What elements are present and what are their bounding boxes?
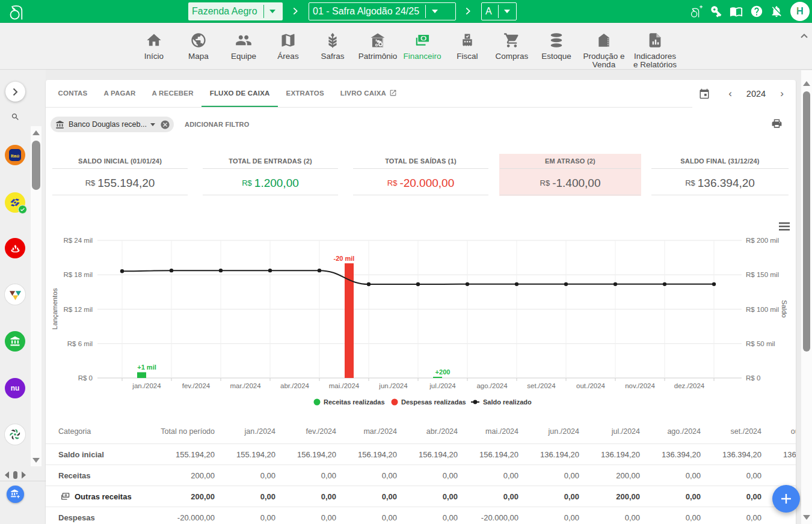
table-cell: 0,00 — [640, 492, 701, 501]
svg-text:fev./2024: fev./2024 — [182, 382, 211, 389]
key-icon[interactable] — [710, 5, 723, 18]
svg-text:R$ 24 mil: R$ 24 mil — [63, 237, 93, 244]
sidebar-pager — [0, 470, 31, 480]
chart-legend[interactable]: Receitas realizadasDespesas realizadasSa… — [314, 398, 532, 406]
farm-selector[interactable]: Fazenda Aegro — [188, 2, 283, 20]
sidebar-expand-button[interactable] — [5, 82, 25, 102]
table-cell: 0,00 — [579, 513, 640, 522]
svg-text:R$ 0: R$ 0 — [746, 374, 760, 382]
table-row-outras-receitas[interactable]: Outras receitas200,000,000,000,000,000,0… — [46, 486, 796, 507]
search-icon[interactable] — [11, 112, 20, 121]
svg-text:Saldo: Saldo — [781, 300, 788, 317]
book-icon[interactable] — [730, 5, 743, 18]
bank-account-banco-do-brasil[interactable] — [5, 192, 25, 213]
tab-extratos[interactable]: EXTRATOS — [278, 80, 332, 107]
previous-year-icon[interactable]: ‹ — [725, 88, 736, 100]
invite-icon[interactable] — [689, 5, 703, 18]
table-cell: 0,00 — [336, 513, 397, 522]
scroll-down-icon[interactable] — [803, 515, 810, 520]
table-cell: 0,00 — [275, 471, 336, 480]
table-row-saldo-inicial[interactable]: Saldo inicial155.194,20155.194,20156.194… — [46, 443, 796, 465]
summary-card-0: SALDO INICIAL (01/01/24)R$155.194,20 — [52, 154, 188, 196]
svg-text:jul./2024: jul./2024 — [429, 382, 456, 389]
nav-item-label: Indicadores e Relatórios — [622, 52, 688, 69]
summary-card-value: R$155.194,20 — [52, 169, 188, 195]
amount: -1.400,00 — [552, 177, 600, 190]
sidebar-scroll-thumb[interactable] — [32, 141, 40, 190]
sidebar-scrollbar[interactable] — [31, 126, 42, 466]
bank-account-santander[interactable] — [5, 238, 25, 258]
chevron-down-icon[interactable] — [264, 10, 281, 13]
bank-filter-chip[interactable]: Banco Douglas receb... — [51, 117, 174, 132]
print-icon[interactable] — [771, 118, 783, 129]
crop-season-label: 01 - Safra Algodão 24/25 — [309, 6, 425, 17]
chevron-down-icon[interactable] — [426, 10, 443, 13]
external-link-icon — [389, 89, 397, 97]
summary-card-value: R$-1.400,00 — [499, 169, 641, 195]
bank-account-nubank[interactable]: nu — [5, 378, 25, 398]
svg-text:ago./2024: ago./2024 — [476, 382, 508, 389]
nav-item-report[interactable]: Indicadores e Relatórios — [622, 32, 688, 69]
next-year-icon[interactable]: › — [777, 88, 787, 100]
remove-filter-icon[interactable] — [160, 120, 170, 130]
column-header: out./2024 — [761, 427, 796, 436]
tab-fluxo-de-caixa[interactable]: FLUXO DE CAIXA — [201, 80, 278, 107]
column-header: abr./2024 — [397, 427, 458, 436]
table-cell: 0,00 — [336, 471, 397, 480]
svg-text:nu: nu — [11, 384, 20, 392]
main-scrollbar[interactable] — [801, 70, 812, 524]
table-cell: -20.000,00 — [154, 513, 215, 522]
main-scroll-thumb[interactable] — [803, 91, 810, 352]
add-filter-button[interactable]: ADICIONAR FILTRO — [185, 117, 250, 132]
top-header: Fazenda Aegro 01 - Safra Algodão 24/25 A… — [0, 0, 812, 23]
table-cell: 0,00 — [215, 492, 275, 501]
bank-account-sicredi[interactable] — [5, 424, 25, 445]
pager-prev-icon[interactable] — [4, 471, 10, 479]
plot-selector[interactable]: A — [481, 2, 517, 20]
table-cell: 0,00 — [215, 513, 275, 522]
help-icon[interactable] — [750, 5, 763, 18]
svg-text:R$ 6 mil: R$ 6 mil — [67, 340, 93, 347]
tab-label: LIVRO CAIXA — [340, 90, 386, 97]
crop-season-selector[interactable]: 01 - Safra Algodão 24/25 — [309, 2, 456, 20]
svg-text:R$ 150 mil: R$ 150 mil — [746, 271, 779, 278]
table-row-despesas[interactable]: Despesas-20.000,000,000,000,000,00-20.00… — [46, 507, 796, 524]
chevron-down-icon[interactable] — [499, 10, 516, 13]
table-row-receitas[interactable]: Receitas200,000,000,000,000,000,000,0020… — [46, 465, 796, 486]
tab-a-pagar[interactable]: A PAGAR — [96, 80, 144, 107]
scroll-down-icon[interactable] — [32, 458, 40, 463]
notifications-off-icon[interactable] — [770, 5, 783, 18]
scroll-up-icon[interactable] — [803, 81, 810, 86]
table-cell: 136.394,20 — [761, 450, 796, 459]
add-transaction-fab[interactable] — [772, 485, 800, 513]
cashflow-chart: R$ 0R$ 0R$ 6 milR$ 50 milR$ 12 milR$ 100… — [46, 204, 796, 419]
currency-prefix: R$ — [242, 178, 252, 187]
table-cell: 0,00 — [761, 471, 796, 480]
table-cell: 0,00 — [640, 513, 701, 522]
bank-account-banco-generico[interactable] — [5, 331, 25, 352]
pager-dot — [13, 471, 17, 479]
column-header: mai./2024 — [458, 427, 518, 436]
add-bank-account-button[interactable] — [7, 486, 24, 503]
tab-a-receber[interactable]: A RECEBER — [144, 80, 201, 107]
tab-livro-caixa[interactable]: LIVRO CAIXA — [332, 80, 405, 107]
scroll-up-icon[interactable] — [32, 130, 40, 135]
bank-account-itau[interactable]: Itaú — [5, 145, 25, 165]
table-cell: 0,00 — [518, 492, 579, 501]
user-avatar[interactable]: H — [790, 2, 810, 21]
bank-account-viacredi[interactable] — [5, 284, 25, 305]
aegro-logo-icon[interactable] — [7, 3, 24, 21]
calendar-icon[interactable] — [699, 88, 710, 99]
sicredi-logo-icon — [8, 427, 22, 442]
tab-contas[interactable]: CONTAS — [50, 80, 96, 107]
collapse-nav-icon[interactable] — [800, 33, 808, 38]
chart-menu-icon[interactable] — [779, 222, 790, 231]
chevron-down-icon[interactable] — [150, 123, 155, 126]
pager-next-icon[interactable] — [21, 471, 26, 479]
table-cell: 0,00 — [701, 513, 761, 522]
table-cell: 156.194,20 — [397, 450, 458, 459]
table-cell: 0,00 — [397, 492, 458, 501]
summary-card-1: TOTAL DE ENTRADAS (2)R$1.200,00 — [202, 154, 339, 196]
currency-prefix: R$ — [85, 178, 96, 187]
table-cell: 156.194,20 — [275, 450, 336, 459]
